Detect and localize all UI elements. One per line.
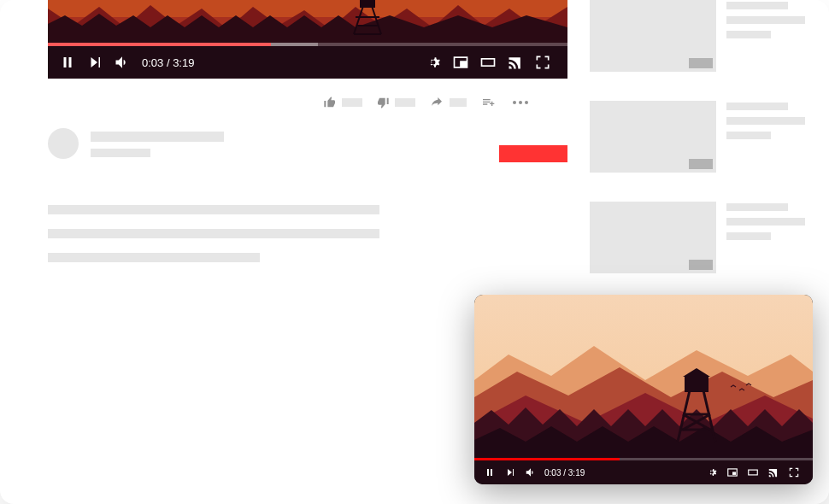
miniplayer-icon[interactable] — [450, 51, 472, 73]
thumbs-down-icon — [376, 96, 390, 109]
svg-rect-27 — [732, 472, 736, 475]
gear-icon[interactable] — [703, 464, 720, 481]
duration-badge — [689, 260, 713, 270]
volume-icon[interactable] — [111, 51, 133, 73]
pip-controls: 0:03 / 3:19 — [474, 460, 813, 484]
suggested-item[interactable] — [590, 101, 812, 173]
svg-rect-11 — [482, 59, 495, 66]
dislike-count-placeholder — [395, 98, 415, 107]
more-icon[interactable] — [513, 101, 528, 104]
duration-badge — [689, 159, 713, 169]
next-icon[interactable] — [502, 464, 519, 481]
like-count-placeholder — [342, 98, 362, 107]
progress-buffered — [48, 43, 318, 46]
channel-row — [48, 128, 567, 166]
time-display: 0:03 / 3:19 — [142, 56, 194, 69]
cast-icon[interactable] — [765, 464, 782, 481]
subscribe-button[interactable] — [499, 145, 567, 162]
thumbs-up-icon — [323, 96, 337, 109]
suggested-item[interactable] — [590, 0, 812, 72]
miniplayer-icon[interactable] — [724, 464, 741, 481]
player-controls: 0:03 / 3:19 — [48, 46, 567, 79]
pip-time-display: 0:03 / 3:19 — [544, 468, 585, 478]
svg-rect-28 — [749, 470, 758, 475]
description-line — [48, 205, 379, 214]
dislike-button[interactable] — [376, 96, 415, 109]
svg-rect-9 — [361, 0, 374, 7]
share-button[interactable] — [429, 96, 467, 109]
channel-avatar[interactable] — [48, 128, 79, 159]
save-button[interactable] — [480, 96, 496, 109]
suggested-thumbnail — [590, 101, 716, 173]
pip-player[interactable]: 0:03 / 3:19 — [474, 295, 813, 484]
page: 0:03 / 3:19 — [0, 0, 829, 504]
subscriber-count-placeholder — [91, 149, 150, 157]
gear-icon[interactable] — [422, 51, 444, 73]
description-line — [48, 253, 260, 262]
video-frame[interactable] — [48, 0, 567, 46]
suggested-videos — [590, 0, 812, 302]
theater-icon[interactable] — [477, 51, 499, 73]
cast-icon[interactable] — [504, 51, 526, 73]
fullscreen-icon[interactable] — [785, 464, 803, 481]
main-video-player: 0:03 / 3:19 — [48, 0, 567, 79]
share-label-placeholder — [450, 98, 467, 107]
theater-icon[interactable] — [744, 464, 761, 481]
pause-icon[interactable] — [481, 464, 498, 481]
duration-badge — [689, 58, 713, 68]
svg-rect-10 — [461, 62, 466, 66]
progress-bar[interactable] — [48, 43, 567, 46]
next-icon[interactable] — [84, 51, 106, 73]
suggested-thumbnail — [590, 202, 716, 273]
playlist-add-icon — [480, 96, 496, 109]
pause-icon[interactable] — [56, 51, 79, 73]
action-row — [323, 94, 567, 111]
fullscreen-icon[interactable] — [532, 51, 554, 73]
share-icon — [429, 96, 444, 109]
pip-progress-bar[interactable] — [474, 458, 813, 460]
volume-icon[interactable] — [522, 464, 539, 481]
suggested-thumbnail — [590, 0, 716, 72]
pip-progress-played — [474, 458, 620, 460]
description — [48, 205, 379, 277]
channel-name-placeholder — [91, 132, 224, 142]
svg-rect-24 — [685, 377, 708, 392]
pip-video-frame[interactable] — [474, 295, 813, 460]
description-line — [48, 229, 379, 238]
suggested-item[interactable] — [590, 202, 812, 273]
like-button[interactable] — [323, 96, 362, 109]
